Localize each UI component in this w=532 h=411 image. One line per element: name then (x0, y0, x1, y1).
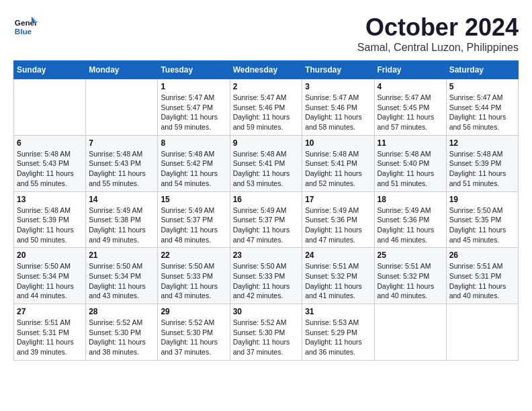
day-info: Sunrise: 5:48 AM Sunset: 5:39 PM Dayligh… (449, 149, 515, 189)
day-number: 11 (378, 138, 443, 148)
calendar-cell: 6Sunrise: 5:48 AM Sunset: 5:43 PM Daylig… (14, 135, 86, 191)
calendar-cell (374, 304, 446, 361)
day-info: Sunrise: 5:49 AM Sunset: 5:37 PM Dayligh… (233, 205, 300, 245)
day-info: Sunrise: 5:48 AM Sunset: 5:43 PM Dayligh… (17, 149, 83, 189)
calendar-cell: 19Sunrise: 5:50 AM Sunset: 5:35 PM Dayli… (446, 191, 518, 248)
calendar-table: SundayMondayTuesdayWednesdayThursdayFrid… (13, 60, 519, 361)
day-number: 25 (378, 250, 443, 260)
calendar-week-1: 1Sunrise: 5:47 AM Sunset: 5:47 PM Daylig… (14, 79, 519, 136)
calendar-cell: 1Sunrise: 5:47 AM Sunset: 5:47 PM Daylig… (158, 79, 230, 136)
calendar-cell: 22Sunrise: 5:50 AM Sunset: 5:33 PM Dayli… (158, 248, 230, 304)
day-info: Sunrise: 5:48 AM Sunset: 5:41 PM Dayligh… (233, 149, 300, 189)
calendar-cell: 9Sunrise: 5:48 AM Sunset: 5:41 PM Daylig… (230, 135, 302, 191)
calendar-cell: 31Sunrise: 5:53 AM Sunset: 5:29 PM Dayli… (302, 304, 374, 361)
calendar-cell (86, 79, 158, 136)
day-info: Sunrise: 5:52 AM Sunset: 5:30 PM Dayligh… (233, 318, 300, 357)
calendar-cell: 27Sunrise: 5:51 AM Sunset: 5:31 PM Dayli… (14, 304, 86, 361)
day-number: 22 (161, 250, 226, 260)
day-number: 31 (305, 307, 371, 316)
weekday-header-thursday: Thursday (302, 61, 374, 79)
day-info: Sunrise: 5:51 AM Sunset: 5:32 PM Dayligh… (378, 261, 443, 301)
day-number: 30 (233, 307, 300, 316)
calendar-cell: 7Sunrise: 5:48 AM Sunset: 5:43 PM Daylig… (86, 135, 158, 191)
calendar-cell: 3Sunrise: 5:47 AM Sunset: 5:46 PM Daylig… (302, 79, 374, 136)
day-info: Sunrise: 5:52 AM Sunset: 5:30 PM Dayligh… (161, 318, 226, 357)
day-number: 28 (89, 307, 154, 316)
weekday-header-wednesday: Wednesday (230, 61, 302, 79)
day-number: 19 (449, 195, 515, 204)
weekday-header-tuesday: Tuesday (158, 61, 230, 79)
weekday-header-friday: Friday (374, 61, 446, 79)
day-number: 23 (233, 250, 300, 260)
day-info: Sunrise: 5:48 AM Sunset: 5:43 PM Dayligh… (89, 149, 154, 189)
page-header: General Blue October 2024 Samal, Central… (13, 13, 519, 54)
weekday-header-monday: Monday (86, 61, 158, 79)
location-title: Samal, Central Luzon, Philippines (357, 42, 519, 54)
day-info: Sunrise: 5:50 AM Sunset: 5:35 PM Dayligh… (449, 205, 515, 245)
logo-icon: General Blue (13, 13, 38, 38)
calendar-week-4: 20Sunrise: 5:50 AM Sunset: 5:34 PM Dayli… (14, 248, 519, 304)
month-title: October 2024 (357, 13, 519, 42)
day-number: 17 (305, 195, 371, 204)
day-number: 16 (233, 195, 300, 204)
day-number: 18 (378, 195, 443, 204)
day-info: Sunrise: 5:49 AM Sunset: 5:36 PM Dayligh… (378, 205, 443, 245)
svg-text:Blue: Blue (15, 27, 32, 36)
weekday-header-sunday: Sunday (14, 61, 86, 79)
day-info: Sunrise: 5:50 AM Sunset: 5:33 PM Dayligh… (233, 261, 300, 301)
day-info: Sunrise: 5:47 AM Sunset: 5:44 PM Dayligh… (449, 93, 515, 132)
day-info: Sunrise: 5:51 AM Sunset: 5:32 PM Dayligh… (305, 261, 371, 301)
day-number: 26 (449, 250, 515, 260)
weekday-header-row: SundayMondayTuesdayWednesdayThursdayFrid… (14, 61, 519, 79)
day-number: 27 (17, 307, 83, 316)
calendar-cell: 16Sunrise: 5:49 AM Sunset: 5:37 PM Dayli… (230, 191, 302, 248)
day-number: 29 (161, 307, 226, 316)
calendar-cell: 26Sunrise: 5:51 AM Sunset: 5:31 PM Dayli… (446, 248, 518, 304)
day-number: 24 (305, 250, 371, 260)
day-info: Sunrise: 5:48 AM Sunset: 5:41 PM Dayligh… (305, 149, 371, 189)
day-info: Sunrise: 5:49 AM Sunset: 5:36 PM Dayligh… (305, 205, 371, 245)
day-number: 5 (449, 82, 515, 91)
calendar-cell: 11Sunrise: 5:48 AM Sunset: 5:40 PM Dayli… (374, 135, 446, 191)
day-number: 2 (233, 82, 300, 91)
calendar-cell: 14Sunrise: 5:49 AM Sunset: 5:38 PM Dayli… (86, 191, 158, 248)
day-info: Sunrise: 5:50 AM Sunset: 5:34 PM Dayligh… (17, 261, 83, 301)
calendar-cell: 28Sunrise: 5:52 AM Sunset: 5:30 PM Dayli… (86, 304, 158, 361)
day-number: 13 (17, 195, 83, 204)
day-info: Sunrise: 5:47 AM Sunset: 5:46 PM Dayligh… (305, 93, 371, 132)
day-number: 8 (161, 138, 226, 148)
calendar-cell: 21Sunrise: 5:50 AM Sunset: 5:34 PM Dayli… (86, 248, 158, 304)
day-info: Sunrise: 5:48 AM Sunset: 5:42 PM Dayligh… (161, 149, 226, 189)
calendar-cell: 17Sunrise: 5:49 AM Sunset: 5:36 PM Dayli… (302, 191, 374, 248)
day-info: Sunrise: 5:47 AM Sunset: 5:46 PM Dayligh… (233, 93, 300, 132)
day-number: 21 (89, 250, 154, 260)
day-number: 20 (17, 250, 83, 260)
calendar-cell: 23Sunrise: 5:50 AM Sunset: 5:33 PM Dayli… (230, 248, 302, 304)
weekday-header-saturday: Saturday (446, 61, 518, 79)
calendar-week-5: 27Sunrise: 5:51 AM Sunset: 5:31 PM Dayli… (14, 304, 519, 361)
calendar-week-2: 6Sunrise: 5:48 AM Sunset: 5:43 PM Daylig… (14, 135, 519, 191)
day-number: 9 (233, 138, 300, 148)
day-info: Sunrise: 5:49 AM Sunset: 5:38 PM Dayligh… (89, 205, 154, 245)
day-number: 3 (305, 82, 371, 91)
calendar-cell: 5Sunrise: 5:47 AM Sunset: 5:44 PM Daylig… (446, 79, 518, 136)
calendar-week-3: 13Sunrise: 5:48 AM Sunset: 5:39 PM Dayli… (14, 191, 519, 248)
calendar-cell: 18Sunrise: 5:49 AM Sunset: 5:36 PM Dayli… (374, 191, 446, 248)
calendar-cell: 2Sunrise: 5:47 AM Sunset: 5:46 PM Daylig… (230, 79, 302, 136)
day-info: Sunrise: 5:50 AM Sunset: 5:34 PM Dayligh… (89, 261, 154, 301)
day-info: Sunrise: 5:51 AM Sunset: 5:31 PM Dayligh… (449, 261, 515, 301)
calendar-cell: 30Sunrise: 5:52 AM Sunset: 5:30 PM Dayli… (230, 304, 302, 361)
calendar-cell: 25Sunrise: 5:51 AM Sunset: 5:32 PM Dayli… (374, 248, 446, 304)
calendar-cell: 13Sunrise: 5:48 AM Sunset: 5:39 PM Dayli… (14, 191, 86, 248)
day-number: 14 (89, 195, 154, 204)
calendar-cell: 15Sunrise: 5:49 AM Sunset: 5:37 PM Dayli… (158, 191, 230, 248)
calendar-cell: 24Sunrise: 5:51 AM Sunset: 5:32 PM Dayli… (302, 248, 374, 304)
calendar-cell (14, 79, 86, 136)
day-info: Sunrise: 5:53 AM Sunset: 5:29 PM Dayligh… (305, 318, 371, 357)
calendar-cell: 4Sunrise: 5:47 AM Sunset: 5:45 PM Daylig… (374, 79, 446, 136)
day-number: 4 (378, 82, 443, 91)
title-block: October 2024 Samal, Central Luzon, Phili… (357, 13, 519, 54)
day-info: Sunrise: 5:47 AM Sunset: 5:47 PM Dayligh… (161, 93, 226, 132)
logo: General Blue (13, 13, 38, 38)
day-info: Sunrise: 5:52 AM Sunset: 5:30 PM Dayligh… (89, 318, 154, 357)
